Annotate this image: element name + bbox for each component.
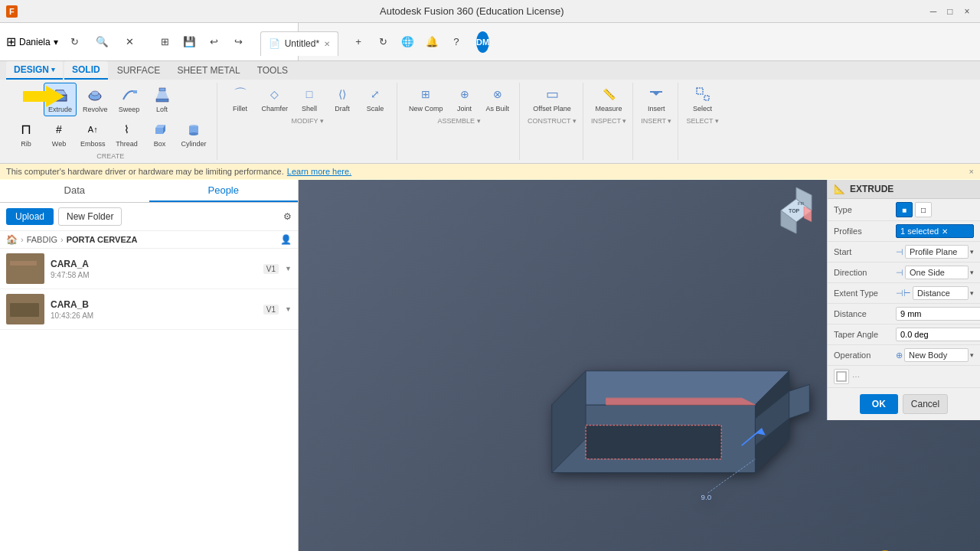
scale-icon: ⤢: [366, 85, 384, 103]
breadcrumb-fabdig[interactable]: FABDIG: [27, 235, 57, 244]
fillet-button[interactable]: ⌒ Fillet: [225, 83, 256, 115]
title-left: F: [6, 5, 18, 18]
as-built-joint-button[interactable]: ⊗ As Built: [482, 83, 514, 115]
file-item-cara-a[interactable]: CARA_A 9:47:58 AM V1 ▼: [0, 249, 298, 289]
extrude-actions: OK Cancel: [828, 388, 980, 420]
close-button[interactable]: ×: [960, 5, 974, 18]
svg-point-4: [91, 91, 99, 96]
new-folder-button[interactable]: New Folder: [58, 207, 122, 226]
design-tab[interactable]: DESIGN ▾: [6, 61, 63, 80]
start-dropdown-icon[interactable]: ▾: [970, 248, 974, 256]
redo-button[interactable]: ↪: [228, 31, 250, 53]
tab-surface[interactable]: SURFACE: [109, 62, 168, 79]
refresh-tab-button[interactable]: ↻: [372, 31, 394, 53]
file-version-cara-b[interactable]: V1: [263, 305, 279, 315]
shell-button[interactable]: □ Shell: [294, 83, 325, 115]
tab-people[interactable]: People: [149, 180, 299, 202]
extent-dropdown-icon[interactable]: ▾: [970, 289, 974, 297]
construct-group-label: CONSTRUCT ▾: [528, 117, 577, 125]
help-button[interactable]: ?: [446, 31, 467, 53]
clear-profiles-icon[interactable]: ✕: [942, 227, 948, 236]
close-tab-button[interactable]: ✕: [324, 40, 330, 48]
taper-input[interactable]: [896, 328, 980, 341]
distance-input[interactable]: [896, 307, 980, 321]
cancel-button[interactable]: Cancel: [903, 394, 948, 414]
ribbon-group-assemble: ⊞ New Comp ⊕ Joint ⊗ As Built ASSEMBLE ▾: [399, 83, 520, 160]
design-label: DESIGN: [14, 64, 49, 75]
svg-rect-6: [159, 88, 165, 91]
fillet-icon: ⌒: [231, 85, 250, 103]
file-version-cara-a[interactable]: V1: [263, 264, 279, 274]
operation-dropdown-icon[interactable]: ▾: [970, 351, 974, 359]
draft-button[interactable]: ⟨⟩ Draft: [327, 83, 358, 115]
measure-label: Measure: [596, 105, 622, 112]
chamfer-button[interactable]: ◇ Chamfer: [258, 83, 292, 115]
tab-tools[interactable]: TOOLS: [250, 62, 296, 79]
extrude-direction-label: Direction: [834, 268, 891, 277]
loft-button[interactable]: Loft: [147, 83, 178, 116]
svg-point-14: [189, 132, 198, 135]
sweep-button[interactable]: Sweep: [114, 83, 145, 116]
thread-button[interactable]: ⌇ Thread: [112, 118, 142, 150]
joint-button[interactable]: ⊕ Joint: [449, 83, 480, 115]
breadcrumb-settings-icon[interactable]: 👤: [280, 234, 292, 245]
offset-plane-button[interactable]: ▭ Offset Plane: [529, 83, 574, 115]
close-warning-button[interactable]: ×: [969, 167, 974, 176]
viewport[interactable]: 9.0 TOP FR: [299, 180, 980, 551]
warning-text: This computer's hardware driver or hardw…: [6, 167, 284, 176]
operation-value[interactable]: New Body: [904, 348, 969, 362]
operation-value-container: ⊕ New Body ▾: [896, 348, 974, 362]
undo-button[interactable]: ↩: [204, 31, 225, 53]
direction-value[interactable]: One Side: [905, 266, 969, 279]
user-section[interactable]: ⊞ Daniela ▾: [6, 34, 58, 49]
refresh-button[interactable]: ↻: [64, 31, 86, 53]
insert-button[interactable]: Insert: [641, 83, 671, 115]
upload-button[interactable]: Upload: [6, 208, 54, 225]
type-solid-button[interactable]: ■: [896, 202, 913, 217]
user-avatar[interactable]: DM: [476, 31, 489, 53]
close-panel-button[interactable]: ✕: [119, 31, 141, 53]
extent-value[interactable]: Distance: [913, 286, 969, 300]
cylinder-button[interactable]: Cylinder: [178, 118, 211, 150]
chamfer-label: Chamfer: [262, 105, 289, 112]
box-button[interactable]: Box: [145, 118, 175, 150]
notification-button[interactable]: 🔔: [421, 31, 443, 53]
minimize-button[interactable]: ─: [926, 5, 940, 18]
viewcube[interactable]: TOP FR: [769, 184, 823, 237]
revolve-button[interactable]: Revolve: [79, 83, 112, 116]
maximize-button[interactable]: □: [943, 5, 957, 18]
rib-button[interactable]: ⊓ Rib: [11, 118, 41, 150]
select-icon: [694, 85, 712, 103]
save-button[interactable]: 💾: [179, 31, 201, 53]
warning-link[interactable]: Learn more here.: [287, 167, 351, 176]
extrude-taper-field: Taper Angle: [828, 324, 980, 345]
tab-sheet-metal[interactable]: SHEET METAL: [169, 62, 247, 79]
extrude-checkbox[interactable]: [834, 369, 849, 384]
search-button[interactable]: 🔍: [92, 31, 113, 53]
web-label: Web: [52, 140, 66, 148]
grid-view-button[interactable]: ⊞: [155, 31, 176, 53]
select-button[interactable]: Select: [688, 83, 718, 115]
start-value[interactable]: Profile Plane: [905, 245, 969, 259]
document-tab[interactable]: 📄 Untitled* ✕: [260, 31, 338, 56]
direction-dropdown-icon[interactable]: ▾: [970, 269, 974, 276]
settings-icon[interactable]: ⚙: [283, 211, 292, 222]
fusion-logo: F: [6, 5, 18, 18]
version-dropdown-icon[interactable]: ▼: [285, 265, 292, 272]
measure-button[interactable]: 📏 Measure: [592, 83, 626, 115]
web-button[interactable]: # Web: [44, 118, 74, 150]
tab-solid[interactable]: SOLID: [64, 61, 108, 80]
add-tab-button[interactable]: +: [348, 31, 369, 53]
home-icon[interactable]: 🏠: [6, 234, 18, 245]
type-surface-button[interactable]: □: [915, 202, 932, 217]
joint-label: Joint: [457, 105, 472, 112]
tab-data[interactable]: Data: [0, 180, 149, 202]
version-dropdown-icon-b[interactable]: ▼: [285, 305, 292, 313]
type-icons: ■ □: [896, 202, 932, 217]
scale-button[interactable]: ⤢ Scale: [360, 83, 390, 115]
ok-button[interactable]: OK: [860, 394, 898, 414]
file-item-cara-b[interactable]: CARA_B 10:43:26 AM V1 ▼: [0, 289, 298, 330]
new-component-button[interactable]: ⊞ New Comp: [405, 83, 447, 115]
emboss-button[interactable]: A↑ Emboss: [77, 118, 109, 150]
profiles-selected-value[interactable]: 1 selected ✕: [896, 224, 974, 238]
